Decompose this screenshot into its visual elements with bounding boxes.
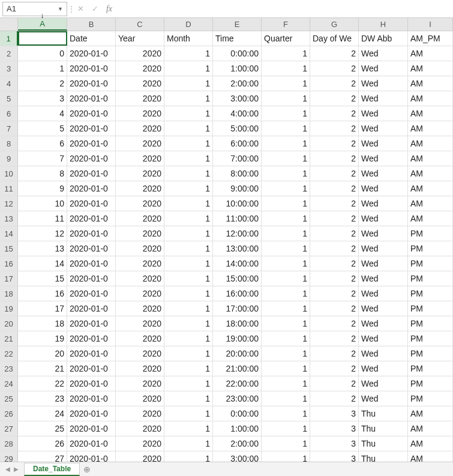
column-header-F[interactable]: F: [262, 18, 310, 31]
cell[interactable]: 2020-01-0: [67, 181, 116, 196]
cell[interactable]: 1: [164, 181, 213, 196]
cell[interactable]: Wed: [359, 361, 408, 376]
cell[interactable]: PM: [408, 271, 453, 286]
cell[interactable]: 2: [310, 166, 359, 181]
cell[interactable]: 1: [164, 361, 213, 376]
cell[interactable]: 1: [164, 436, 213, 451]
cell[interactable]: 20:00:00: [213, 346, 262, 361]
cell[interactable]: 2020: [116, 91, 164, 106]
cell[interactable]: 0:00:00: [213, 46, 262, 61]
cell[interactable]: 1:00:00: [213, 421, 262, 436]
cell[interactable]: 7:00:00: [213, 151, 262, 166]
cell[interactable]: 1: [164, 61, 213, 76]
cell[interactable]: 2: [310, 316, 359, 331]
cell[interactable]: 1: [164, 166, 213, 181]
cell[interactable]: 2020-01-0: [67, 346, 116, 361]
row-header[interactable]: 17: [0, 271, 18, 286]
row-header[interactable]: 15: [0, 241, 18, 256]
cell[interactable]: 2020: [116, 226, 164, 241]
cell[interactable]: 2020: [116, 391, 164, 406]
cell[interactable]: AM: [408, 46, 453, 61]
cell[interactable]: 2020-01-0: [67, 391, 116, 406]
cell[interactable]: 6:00:00: [213, 136, 262, 151]
cell[interactable]: 2020: [116, 151, 164, 166]
row-header[interactable]: 16: [0, 256, 18, 271]
cell[interactable]: 7: [18, 151, 67, 166]
cell[interactable]: 1: [262, 61, 310, 76]
sheet-nav[interactable]: ◀▶: [0, 466, 24, 472]
cell[interactable]: 1: [262, 421, 310, 436]
cell[interactable]: 18:00:00: [213, 316, 262, 331]
cell[interactable]: 2020: [116, 241, 164, 256]
nav-next-icon[interactable]: ▶: [14, 466, 19, 472]
cell[interactable]: 2: [310, 226, 359, 241]
cell[interactable]: 3: [310, 451, 359, 462]
cell[interactable]: Wed: [359, 181, 408, 196]
cell[interactable]: AM: [408, 211, 453, 226]
cell[interactable]: 2020: [116, 271, 164, 286]
cell[interactable]: 1: [262, 151, 310, 166]
cell[interactable]: 3: [310, 406, 359, 421]
cell[interactable]: 19: [18, 331, 67, 346]
cell[interactable]: PM: [408, 376, 453, 391]
cell[interactable]: 2: [310, 271, 359, 286]
cell[interactable]: 0: [18, 46, 67, 61]
cell[interactable]: 1: [262, 391, 310, 406]
cell[interactable]: 2: [310, 61, 359, 76]
cell[interactable]: 2020-01-0: [67, 136, 116, 151]
cell[interactable]: Wed: [359, 106, 408, 121]
cell[interactable]: 2020: [116, 346, 164, 361]
row-header[interactable]: 6: [0, 106, 18, 121]
cell[interactable]: Wed: [359, 256, 408, 271]
cell[interactable]: 27: [18, 451, 67, 462]
sheet-tab-active[interactable]: Date_Table: [24, 463, 80, 476]
cell[interactable]: 2020-01-0: [67, 271, 116, 286]
cell[interactable]: 25: [18, 421, 67, 436]
cell[interactable]: AM: [408, 406, 453, 421]
cell[interactable]: Wed: [359, 61, 408, 76]
cell[interactable]: 23:00:00: [213, 391, 262, 406]
column-header-I[interactable]: I: [408, 18, 453, 31]
cell[interactable]: 1: [164, 331, 213, 346]
cell[interactable]: 13:00:00: [213, 241, 262, 256]
cell[interactable]: Wed: [359, 286, 408, 301]
cell[interactable]: AM: [408, 91, 453, 106]
cell[interactable]: 21: [18, 361, 67, 376]
cell[interactable]: Day of We: [310, 31, 359, 46]
cell[interactable]: 2: [310, 301, 359, 316]
cell[interactable]: 2020: [116, 121, 164, 136]
cell[interactable]: PM: [408, 286, 453, 301]
cell[interactable]: Thu: [359, 421, 408, 436]
cell[interactable]: Wed: [359, 151, 408, 166]
cell[interactable]: PM: [408, 391, 453, 406]
row-header[interactable]: 18: [0, 286, 18, 301]
cell[interactable]: 1: [262, 301, 310, 316]
name-box[interactable]: A1 ▼: [2, 2, 67, 16]
cell[interactable]: 2020-01-0: [67, 406, 116, 421]
row-header[interactable]: 11: [0, 181, 18, 196]
cell[interactable]: 26: [18, 436, 67, 451]
cell[interactable]: AM_PM: [408, 31, 453, 46]
cell[interactable]: 2020-01-0: [67, 166, 116, 181]
cell[interactable]: 2020: [116, 316, 164, 331]
row-header[interactable]: 9: [0, 151, 18, 166]
cell[interactable]: 20: [18, 346, 67, 361]
cell[interactable]: 2: [310, 346, 359, 361]
cell[interactable]: 9:00:00: [213, 181, 262, 196]
cell[interactable]: Wed: [359, 391, 408, 406]
cell[interactable]: AM: [408, 166, 453, 181]
cell[interactable]: 12:00:00: [213, 226, 262, 241]
cell[interactable]: PM: [408, 241, 453, 256]
column-header-G[interactable]: G: [310, 18, 359, 31]
select-all-corner[interactable]: [0, 18, 18, 31]
cell[interactable]: 2020-01-0: [67, 121, 116, 136]
cell[interactable]: Wed: [359, 121, 408, 136]
cell[interactable]: 2020: [116, 301, 164, 316]
cell[interactable]: Thu: [359, 406, 408, 421]
cell[interactable]: 2: [310, 331, 359, 346]
cell[interactable]: 1: [164, 151, 213, 166]
cell[interactable]: Wed: [359, 196, 408, 211]
cell[interactable]: 2020: [116, 136, 164, 151]
cell[interactable]: 3: [310, 436, 359, 451]
cell[interactable]: 15: [18, 271, 67, 286]
